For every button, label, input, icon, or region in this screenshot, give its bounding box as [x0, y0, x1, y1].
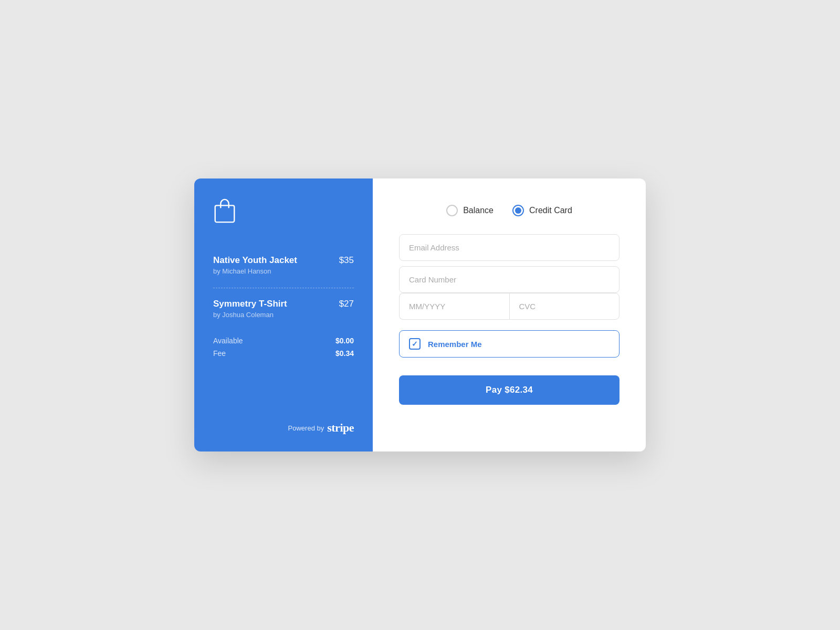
- item-1: Native Youth Jacket by Michael Hanson $3…: [213, 255, 354, 277]
- balance-label: Balance: [463, 206, 494, 215]
- expiry-field[interactable]: [399, 293, 509, 320]
- item-2-name: Symmetry T-Shirt: [213, 299, 287, 309]
- remember-me-box[interactable]: ✓ Remember Me: [399, 330, 620, 358]
- item-1-price: $35: [339, 255, 354, 266]
- check-mark: ✓: [412, 340, 418, 348]
- remember-me-checkbox[interactable]: ✓: [409, 338, 421, 350]
- credit-card-option[interactable]: Credit Card: [512, 205, 572, 216]
- item-2-author: by Joshua Coleman: [213, 311, 287, 319]
- fee-value: $0.34: [335, 349, 354, 358]
- item-1-name: Native Youth Jacket: [213, 255, 297, 266]
- credit-card-label: Credit Card: [529, 206, 572, 215]
- remember-me-label: Remember Me: [428, 340, 482, 349]
- powered-by-text: Powered by: [288, 424, 324, 432]
- card-number-field[interactable]: [399, 266, 620, 293]
- right-panel: Balance Credit Card ✓ Remember Me: [373, 178, 646, 452]
- radio-inner-dot: [515, 207, 521, 214]
- item-2-price: $27: [339, 299, 354, 309]
- available-row: Available $0.00: [213, 337, 354, 345]
- balance-option[interactable]: Balance: [446, 205, 494, 216]
- stripe-footer: Powered by stripe: [288, 421, 354, 435]
- credit-card-radio[interactable]: [512, 205, 524, 216]
- stripe-logo: stripe: [327, 421, 354, 435]
- item-divider: [213, 288, 354, 288]
- available-value: $0.00: [335, 337, 354, 345]
- item-2: Symmetry T-Shirt by Joshua Coleman $27: [213, 299, 354, 321]
- svg-rect-0: [215, 205, 235, 222]
- available-label: Available: [213, 337, 243, 345]
- payment-modal: Native Youth Jacket by Michael Hanson $3…: [194, 178, 646, 452]
- balance-radio[interactable]: [446, 205, 458, 216]
- fee-row: Fee $0.34: [213, 349, 354, 358]
- order-summary: Available $0.00 Fee $0.34: [213, 337, 354, 362]
- left-panel: Native Youth Jacket by Michael Hanson $3…: [194, 178, 373, 452]
- card-details-row: [399, 293, 620, 320]
- bag-icon: [213, 197, 236, 224]
- payment-options: Balance Credit Card: [399, 205, 620, 216]
- cvv-field[interactable]: [509, 293, 620, 320]
- pay-button[interactable]: Pay $62.34: [399, 375, 620, 405]
- item-1-author: by Michael Hanson: [213, 267, 297, 275]
- fee-label: Fee: [213, 349, 226, 358]
- email-field[interactable]: [399, 234, 620, 261]
